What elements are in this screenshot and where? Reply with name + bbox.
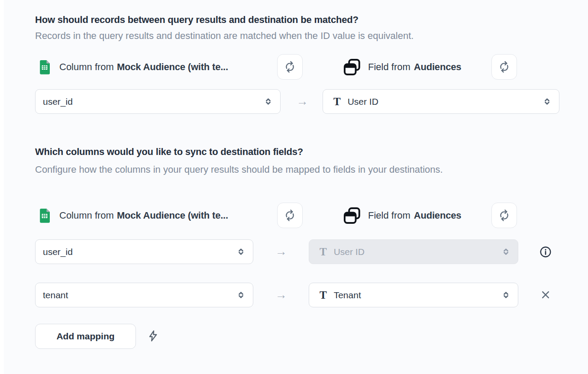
refresh-icon	[284, 210, 296, 221]
matching-destination-header: Field from Audiences	[343, 54, 461, 80]
selected-destination-field: User ID	[348, 97, 378, 107]
source-header-name: Mock Audience (with te...	[117, 61, 228, 73]
info-icon	[539, 245, 552, 258]
chevron-up-down-icon	[263, 97, 273, 106]
add-mapping-button[interactable]: Add mapping	[35, 324, 136, 349]
mapping-arrow: →	[271, 283, 291, 307]
google-sheets-icon	[37, 59, 53, 75]
refresh-destination-fields-button[interactable]	[491, 54, 517, 80]
mapping-row-source-select[interactable]: tenant	[35, 283, 253, 307]
string-type-icon: T	[320, 246, 327, 257]
source-header-name: Mock Audience (with te...	[117, 210, 228, 221]
destination-header-prefix: Field from	[368, 61, 410, 73]
mappings-section-title: Which columns would you like to sync to …	[35, 146, 303, 158]
selected-destination-field: Tenant	[334, 290, 361, 300]
refresh-source-columns-button[interactable]	[277, 203, 303, 228]
refresh-icon	[284, 61, 296, 73]
string-type-icon: T	[320, 290, 327, 300]
matching-source-header: Column from Mock Audience (with te...	[37, 54, 228, 80]
refresh-icon	[498, 210, 510, 221]
selected-destination-field: User ID	[334, 247, 365, 257]
chevron-up-down-icon	[501, 290, 511, 300]
string-type-icon: T	[333, 96, 341, 107]
mappings-source-header: Column from Mock Audience (with te...	[37, 203, 228, 228]
mapping-arrow: →	[271, 239, 291, 264]
matching-section-title: How should records between query results…	[35, 14, 359, 26]
chevron-up-down-icon	[542, 97, 552, 106]
destination-header-name: Audiences	[414, 210, 461, 221]
mapping-arrow: →	[293, 89, 312, 114]
chevron-up-down-icon	[236, 247, 246, 257]
mapping-row-destination-select-disabled: T User ID	[309, 239, 518, 264]
selected-source-column: user_id	[43, 97, 73, 107]
matching-source-column-select[interactable]: user_id	[35, 89, 281, 114]
matching-section-description: Records in the query results and destina…	[35, 29, 414, 43]
selected-source-column: user_id	[43, 247, 73, 257]
destination-header-name: Audiences	[414, 61, 461, 73]
source-header-prefix: Column from	[59, 210, 114, 221]
chevron-up-down-icon	[501, 247, 511, 257]
destination-audiences-icon	[343, 58, 361, 76]
mappings-destination-header: Field from Audiences	[343, 203, 461, 228]
refresh-destination-fields-button[interactable]	[491, 203, 517, 228]
refresh-source-columns-button[interactable]	[277, 54, 303, 80]
destination-header-prefix: Field from	[368, 210, 410, 221]
x-close-icon	[539, 288, 552, 301]
remove-mapping-button[interactable]	[539, 288, 552, 301]
panel-edge	[0, 0, 4, 374]
mapping-info-button[interactable]	[539, 245, 552, 258]
mapping-row-source-select[interactable]: user_id	[35, 239, 253, 264]
selected-source-column: tenant	[43, 290, 68, 300]
google-sheets-icon	[37, 208, 53, 223]
add-mapping-label: Add mapping	[56, 331, 114, 342]
mappings-section-description: Configure how the columns in your query …	[35, 161, 488, 178]
mapping-row-destination-select[interactable]: T Tenant	[309, 283, 518, 307]
suggest-mappings-button[interactable]	[147, 329, 160, 342]
source-header-prefix: Column from	[59, 61, 114, 73]
lightning-bolt-icon	[147, 329, 160, 342]
destination-audiences-icon	[343, 206, 361, 225]
chevron-up-down-icon	[236, 290, 246, 300]
refresh-icon	[498, 61, 510, 73]
matching-destination-field-select[interactable]: T User ID	[323, 89, 559, 114]
